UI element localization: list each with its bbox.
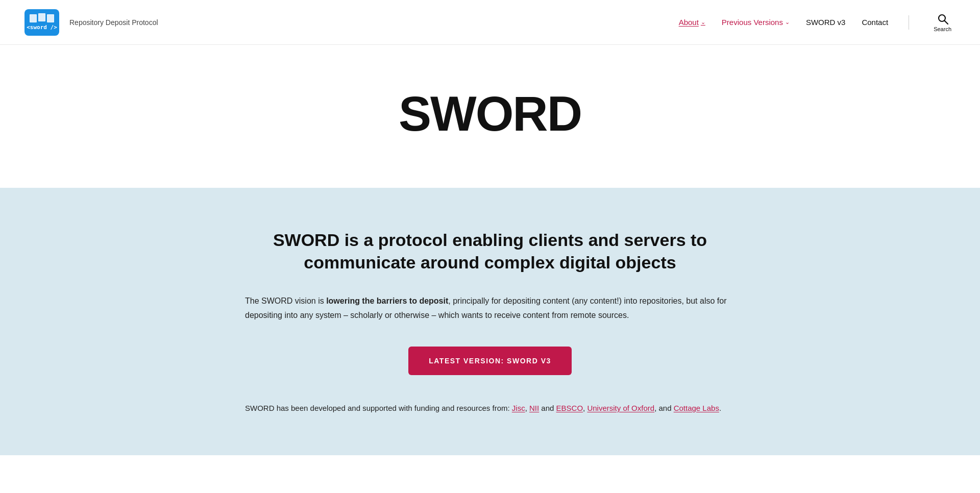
nav-label-sword-v3: SWORD v3	[806, 18, 846, 27]
body-bold: lowering the barriers to deposit	[326, 297, 448, 305]
nav-item-about[interactable]: About ⌄	[679, 18, 705, 27]
funding-link-ebsco[interactable]: EBSCO	[556, 404, 583, 412]
funding-link-nii[interactable]: NII	[529, 404, 539, 412]
nav-divider	[909, 15, 909, 30]
cta-wrapper: LATEST VERSION: SWORD V3	[245, 347, 735, 375]
chevron-down-icon-about: ⌄	[701, 19, 705, 26]
logo-icon: <sword />	[24, 9, 59, 36]
svg-line-1	[944, 20, 948, 24]
hero-section: SWORD	[0, 45, 980, 188]
funding-prefix: SWORD has been developed and supported w…	[245, 404, 512, 412]
cta-button[interactable]: LATEST VERSION: SWORD V3	[408, 347, 572, 375]
funding-link-oxford[interactable]: University of Oxford	[587, 404, 654, 412]
site-logo[interactable]: <sword />	[24, 9, 59, 36]
nav-label-previous-versions: Previous Versions	[722, 18, 783, 27]
nav-item-contact[interactable]: Contact	[862, 18, 888, 27]
search-label: Search	[934, 26, 951, 32]
search-icon	[937, 13, 949, 25]
content-section: SWORD is a protocol enabling clients and…	[0, 188, 980, 455]
content-heading: SWORD is a protocol enabling clients and…	[245, 229, 735, 274]
main-nav: About ⌄ Previous Versions ⌄ SWORD v3 Con…	[679, 11, 955, 34]
nav-item-previous-versions[interactable]: Previous Versions ⌄	[722, 18, 790, 27]
content-body: The SWORD vision is lowering the barrier…	[245, 294, 735, 322]
site-title: Repository Deposit Protocol	[69, 18, 158, 27]
funding-suffix: .	[719, 404, 721, 412]
site-header: <sword /> Repository Deposit Protocol Ab…	[0, 0, 980, 45]
header-left: <sword /> Repository Deposit Protocol	[24, 9, 158, 36]
logo-code-text: <sword />	[27, 24, 57, 31]
funding-link-cottage-labs[interactable]: Cottage Labs	[674, 404, 719, 412]
nav-item-sword-v3[interactable]: SWORD v3	[806, 18, 846, 27]
funding-link-jisc[interactable]: Jisc	[512, 404, 525, 412]
search-button[interactable]: Search	[929, 11, 955, 34]
funding-text: SWORD has been developed and supported w…	[245, 402, 735, 415]
nav-label-contact: Contact	[862, 18, 888, 27]
chevron-down-icon-prev: ⌄	[785, 19, 790, 26]
hero-title: SWORD	[399, 86, 581, 142]
body-prefix: The SWORD vision is	[245, 297, 326, 305]
nav-label-about: About	[679, 18, 699, 27]
content-inner: SWORD is a protocol enabling clients and…	[245, 229, 735, 414]
